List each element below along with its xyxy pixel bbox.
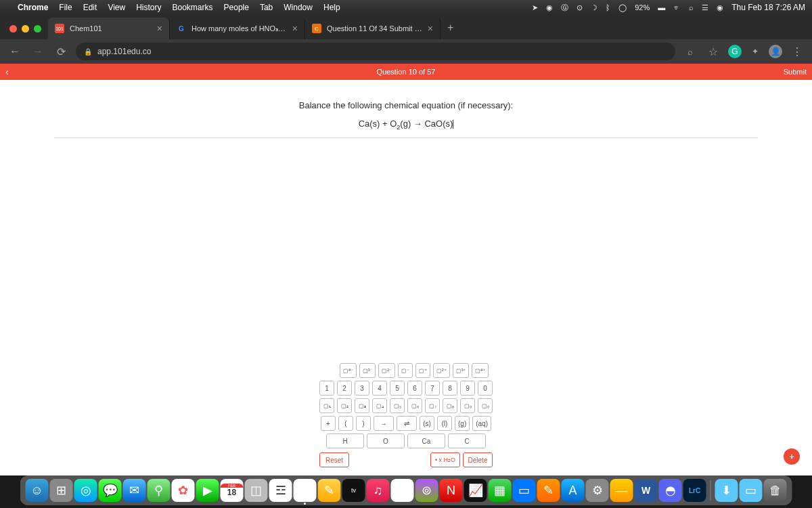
key-2[interactable]: 2 <box>337 381 352 396</box>
menu-bookmarks[interactable]: Bookmarks <box>173 3 213 12</box>
tv-icon[interactable]: tv <box>342 479 365 502</box>
siri-icon[interactable]: ◉ <box>717 3 723 12</box>
settings-icon[interactable]: ⚙ <box>586 479 609 502</box>
battery-percent[interactable]: 92% <box>635 3 650 12</box>
window-close-button[interactable] <box>9 25 17 33</box>
news-icon[interactable]: N <box>440 479 463 502</box>
stocks-icon[interactable]: 📈 <box>464 479 487 502</box>
menu-view[interactable]: View <box>108 3 125 12</box>
clock[interactable]: Thu Feb 18 7:26 AM <box>731 3 805 12</box>
key-element-ca[interactable]: Ca <box>407 433 445 448</box>
submit-button[interactable]: Submit <box>784 68 807 76</box>
key-7[interactable]: 7 <box>425 381 440 396</box>
key-paren-open[interactable]: ( <box>338 416 353 431</box>
user-icon[interactable]: ◯ <box>618 3 627 12</box>
key-plus[interactable]: + <box>321 416 336 431</box>
key-sup-3plus[interactable]: ▢³⁺ <box>453 363 470 378</box>
key-equilibrium[interactable]: ⇌ <box>397 416 417 431</box>
key-sup-2minus[interactable]: ▢²⁻ <box>378 363 395 378</box>
profile-icon[interactable]: 👤 <box>769 45 782 58</box>
contacts-icon[interactable]: ◫ <box>245 479 268 502</box>
window-maximize-button[interactable] <box>34 25 41 33</box>
calendar-icon[interactable]: FEB 18 <box>221 479 244 502</box>
reminders-icon[interactable]: ☲ <box>269 479 292 502</box>
key-sub-9[interactable]: ▢₉ <box>460 398 475 413</box>
zoom-icon[interactable]: ⌕ <box>682 47 698 57</box>
numbers-icon[interactable]: ▦ <box>489 479 512 502</box>
key-sub-1[interactable]: ▢₁ <box>319 398 334 413</box>
key-sup-4minus[interactable]: ▢⁴⁻ <box>340 363 357 378</box>
key-6[interactable]: 6 <box>407 381 422 396</box>
chrome-dock-icon[interactable]: ◉ <box>294 479 317 502</box>
key-sup-2plus[interactable]: ▢²⁺ <box>433 363 450 378</box>
extensions-icon[interactable]: ✦ <box>748 45 762 58</box>
key-state-l[interactable]: (l) <box>437 416 452 431</box>
menu-icon[interactable]: ⋮ <box>789 45 805 58</box>
bookmark-icon[interactable]: ☆ <box>705 45 721 58</box>
folder-icon[interactable]: ▭ <box>740 479 763 502</box>
location-icon[interactable]: ➤ <box>532 3 538 12</box>
key-state-s[interactable]: (s) <box>420 416 434 431</box>
battery-icon[interactable]: ▬ <box>658 3 665 12</box>
control-center-icon[interactable]: ☰ <box>702 3 708 12</box>
delete-button[interactable]: Delete <box>463 452 493 467</box>
key-5[interactable]: 5 <box>390 381 405 396</box>
key-paren-close[interactable]: ) <box>356 416 371 431</box>
discord-icon[interactable]: ◓ <box>659 479 682 502</box>
forward-button[interactable]: → <box>30 45 46 58</box>
reset-button[interactable]: Reset <box>319 452 349 467</box>
notes-icon[interactable]: ✎ <box>318 479 341 502</box>
photos-icon[interactable]: ✿ <box>172 479 195 502</box>
tab-close-icon[interactable]: × <box>157 23 162 34</box>
downloads-icon[interactable]: ⬇ <box>715 479 738 502</box>
sync-icon[interactable]: ◉ <box>546 3 553 12</box>
key-arrow[interactable]: → <box>374 416 394 431</box>
browser-tab[interactable]: 101 Chem101 × <box>48 18 170 39</box>
reload-button[interactable]: ⟳ <box>53 45 69 58</box>
key-9[interactable]: 9 <box>460 381 475 396</box>
music-icon[interactable]: ♫ <box>367 479 390 502</box>
window-minimize-button[interactable] <box>22 25 29 33</box>
key-sup-plus[interactable]: ▢⁺ <box>415 363 430 378</box>
menu-window[interactable]: Window <box>284 3 313 12</box>
key-sub-4[interactable]: ▢₄ <box>372 398 387 413</box>
mail-icon[interactable]: ✉ <box>123 479 146 502</box>
key-sub-5[interactable]: ▢₅ <box>390 398 405 413</box>
url-input[interactable]: 🔒 app.101edu.co <box>76 43 675 60</box>
word-icon[interactable]: W <box>635 479 658 502</box>
messages-icon[interactable]: 💬 <box>99 479 122 502</box>
trash-icon[interactable]: 🗑 <box>764 479 787 502</box>
chrome-icon[interactable]: ◉ <box>391 479 414 502</box>
menu-edit[interactable]: Edit <box>83 3 97 12</box>
tab-close-icon[interactable]: × <box>292 23 298 34</box>
podcasts-icon[interactable]: ⊚ <box>415 479 438 502</box>
key-sub-8[interactable]: ▢₈ <box>443 398 457 413</box>
pages-icon[interactable]: ✎ <box>537 479 560 502</box>
key-sub-6[interactable]: ▢₆ <box>407 398 422 413</box>
app-icon[interactable]: — <box>610 479 633 502</box>
key-state-g[interactable]: (g) <box>455 416 470 431</box>
menu-history[interactable]: History <box>136 3 161 12</box>
browser-tab[interactable]: G How many moles of HNO₃ will × <box>170 18 305 39</box>
key-state-aq[interactable]: (aq) <box>472 416 491 431</box>
grammarly-ext-icon[interactable]: G <box>728 45 742 58</box>
menu-tab[interactable]: Tab <box>260 3 273 12</box>
key-element-o[interactable]: O <box>367 433 405 448</box>
key-3[interactable]: 3 <box>355 381 369 396</box>
menu-people[interactable]: People <box>224 3 249 12</box>
safari-icon[interactable]: ◎ <box>74 479 97 502</box>
app-name[interactable]: Chrome <box>18 3 48 12</box>
bluetooth-icon[interactable]: ᛒ <box>606 3 610 12</box>
maps-icon[interactable]: ⚲ <box>148 479 171 502</box>
key-1[interactable]: 1 <box>319 381 334 396</box>
equation-display[interactable]: Ca(s) + O2(g) → CaO(s) <box>54 119 758 138</box>
search-icon[interactable]: ⌕ <box>689 3 694 12</box>
key-0[interactable]: 0 <box>478 381 493 396</box>
launchpad-icon[interactable]: ⊞ <box>50 479 73 502</box>
key-8[interactable]: 8 <box>443 381 457 396</box>
tab-close-icon[interactable]: × <box>428 23 433 34</box>
menu-file[interactable]: File <box>59 3 72 12</box>
key-sup-minus[interactable]: ▢⁻ <box>398 363 413 378</box>
add-fab-button[interactable]: + <box>784 448 800 465</box>
question-back-button[interactable]: ‹ <box>5 66 9 77</box>
